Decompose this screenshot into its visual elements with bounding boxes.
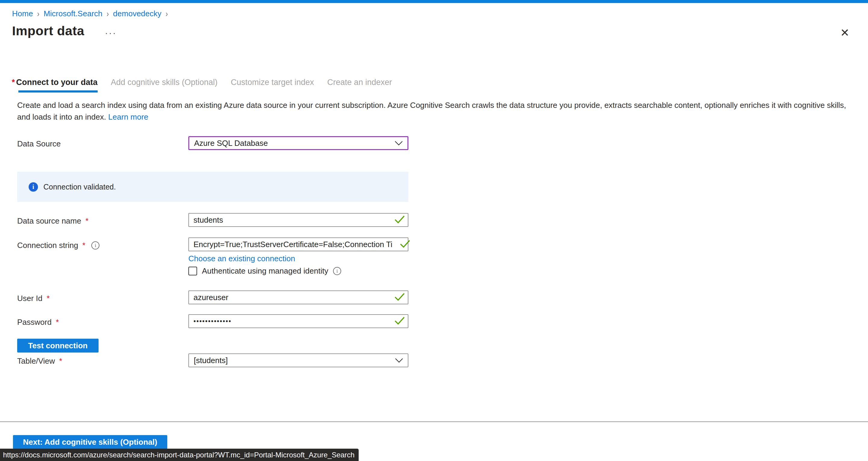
tab-add-cognitive-skills[interactable]: Add cognitive skills (Optional) xyxy=(111,78,218,87)
valid-check-icon xyxy=(395,293,405,301)
active-tab-underline xyxy=(19,90,98,92)
breadcrumb: Home › Microsoft.Search › demovedecky › xyxy=(12,9,168,19)
data-source-name-fieldwrap xyxy=(188,213,408,227)
label-text: Data source name xyxy=(17,216,81,226)
footer-divider xyxy=(0,421,868,422)
portal-top-bar xyxy=(0,0,868,3)
breadcrumb-separator-icon: › xyxy=(166,9,168,19)
password-fieldwrap xyxy=(188,314,408,328)
label-text: Password xyxy=(17,317,52,327)
password-input[interactable] xyxy=(188,314,408,328)
close-icon[interactable]: ✕ xyxy=(840,27,849,39)
page-title: Import data xyxy=(12,24,84,38)
required-asterisk: * xyxy=(47,294,50,303)
user-id-label: User Id * xyxy=(17,294,50,303)
required-asterisk: * xyxy=(12,78,15,87)
breadcrumb-microsoft-search[interactable]: Microsoft.Search xyxy=(44,9,102,19)
data-source-label: Data Source xyxy=(17,139,61,149)
table-view-dropdown[interactable]: [students] xyxy=(188,354,408,367)
tab-customize-target-index[interactable]: Customize target index xyxy=(231,78,314,87)
label-text: Table/View xyxy=(17,357,55,366)
user-id-fieldwrap xyxy=(188,290,408,304)
label-text: User Id xyxy=(17,294,42,303)
info-icon[interactable]: i xyxy=(91,241,99,249)
chevron-down-icon xyxy=(395,358,403,363)
data-source-name-label: Data source name * xyxy=(17,216,89,226)
info-icon[interactable]: i xyxy=(333,267,341,275)
link-preview-status-bar: https://docs.microsoft.com/azure/search/… xyxy=(0,449,359,461)
managed-identity-checkbox[interactable] xyxy=(188,267,197,275)
dropdown-value: Azure SQL Database xyxy=(194,139,268,148)
connection-validated-banner: i Connection validated. xyxy=(17,172,408,202)
page-description: Create and load a search index using dat… xyxy=(17,99,858,123)
chevron-down-icon xyxy=(395,141,403,146)
table-view-label: Table/View * xyxy=(17,357,62,366)
breadcrumb-demovedecky[interactable]: demovedecky xyxy=(113,9,161,19)
connection-string-input[interactable] xyxy=(188,238,408,251)
required-asterisk: * xyxy=(85,216,88,226)
tab-label: Connect to your data xyxy=(16,78,98,87)
required-asterisk: * xyxy=(56,317,59,327)
required-asterisk: * xyxy=(59,357,62,366)
data-source-name-input[interactable] xyxy=(188,213,408,227)
import-data-page: Home › Microsoft.Search › demovedecky › … xyxy=(0,0,868,461)
valid-check-icon xyxy=(395,316,405,325)
password-label: Password * xyxy=(17,317,59,327)
more-options-icon[interactable]: ··· xyxy=(105,28,117,38)
tab-create-an-indexer[interactable]: Create an indexer xyxy=(327,78,392,87)
info-filled-icon: i xyxy=(29,182,38,192)
connection-string-label: Connection string * i xyxy=(17,241,99,250)
next-add-cognitive-skills-button[interactable]: Next: Add cognitive skills (Optional) xyxy=(13,435,167,449)
valid-check-icon xyxy=(395,215,405,223)
dropdown-value: [students] xyxy=(194,356,228,365)
managed-identity-label: Authenticate using managed identity xyxy=(202,266,328,276)
user-id-input[interactable] xyxy=(188,290,408,304)
choose-existing-connection-link[interactable]: Choose an existing connection xyxy=(188,254,295,263)
connection-string-fieldwrap xyxy=(188,238,408,251)
breadcrumb-home[interactable]: Home xyxy=(12,9,33,19)
label-text: Connection string xyxy=(17,241,78,250)
label-text: Data Source xyxy=(17,139,61,149)
breadcrumb-separator-icon: › xyxy=(37,9,39,19)
required-asterisk: * xyxy=(82,241,85,250)
tab-connect-to-your-data[interactable]: *Connect to your data xyxy=(12,78,98,87)
learn-more-link[interactable]: Learn more xyxy=(108,113,148,121)
wizard-tabs: *Connect to your data Add cognitive skil… xyxy=(12,78,392,87)
managed-identity-row: Authenticate using managed identity i xyxy=(188,266,341,276)
banner-text: Connection validated. xyxy=(43,183,116,191)
data-source-dropdown[interactable]: Azure SQL Database xyxy=(188,136,408,150)
test-connection-button[interactable]: Test connection xyxy=(17,339,98,352)
valid-check-icon xyxy=(400,240,410,248)
breadcrumb-separator-icon: › xyxy=(107,9,109,19)
